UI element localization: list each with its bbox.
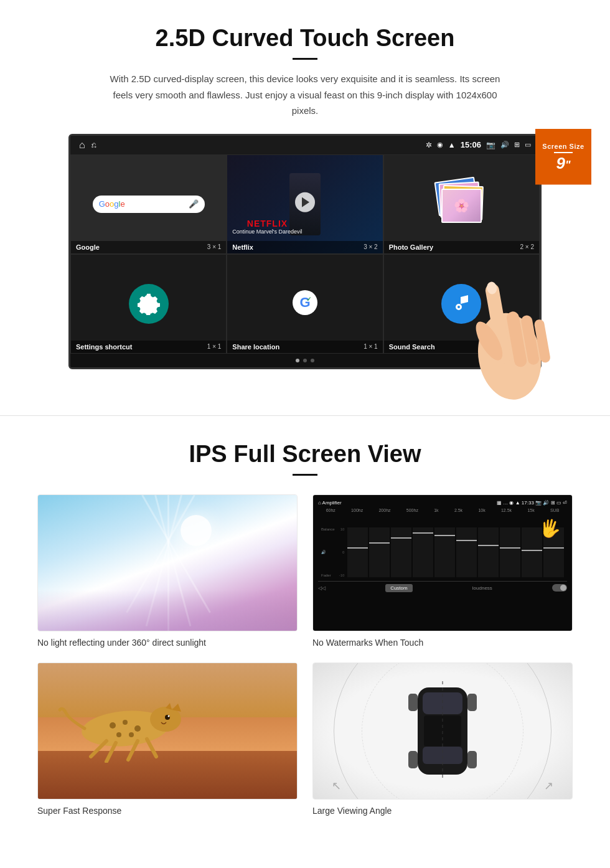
settings-app-name: Settings shortcut xyxy=(76,343,132,351)
car-image: ↗ ↖ xyxy=(313,663,572,799)
app-grid-bottom: Settings shortcut 1 × 1 G ✓ xyxy=(70,254,540,354)
wifi-icon: ▲ xyxy=(448,141,456,149)
eq-slider-5 xyxy=(434,527,455,577)
home-icon: ⌂ xyxy=(79,139,85,151)
eq-slider-6 xyxy=(456,527,477,577)
settings-app-size: 1 × 1 xyxy=(207,343,222,350)
share-location-app-cell[interactable]: G ✓ Share location 1 × 1 xyxy=(227,254,383,354)
amp-custom-btn: Custom xyxy=(385,584,413,592)
dot-3 xyxy=(311,359,314,362)
amp-loudness-toggle[interactable] xyxy=(552,584,567,592)
gallery-app-cell[interactable]: 🌸 Photo Gallery 2 × 2 xyxy=(383,154,540,254)
usb-icon: ⎌ xyxy=(92,140,96,149)
sound-icon-circle xyxy=(441,284,481,324)
status-bar-right: ✲ ◉ ▲ 15:06 📷 🔊 ⊞ ▭ xyxy=(426,140,531,149)
screen-size-badge: Screen Size 9" xyxy=(535,129,591,185)
google-mic-icon: 🎤 xyxy=(189,199,199,209)
amplifier-image: ⌂ Amplifier ▦ … ◉ ▲ 17:33 📷 🔊 ⊞ ▭ ⏎ 60hz… xyxy=(313,495,572,631)
amp-hand-icon: 🖐 xyxy=(537,516,562,540)
sound-label: Sound Search 1 × 1 xyxy=(384,341,539,353)
share-app-name: Share location xyxy=(232,343,279,351)
section-divider-hr xyxy=(0,415,610,416)
music-note-svg xyxy=(450,293,472,315)
badge-size: 9" xyxy=(556,155,570,171)
settings-icon-circle xyxy=(129,284,169,324)
status-time: 15:06 xyxy=(461,140,481,149)
amp-bottom-bar: ◁◁ Custom loudness xyxy=(318,581,567,592)
google-logo: Google xyxy=(99,199,125,209)
google-search-bar[interactable]: Google 🎤 xyxy=(93,196,205,213)
section-curved-touch-screen: 2.5D Curved Touch Screen With 2.5D curve… xyxy=(0,0,610,390)
status-bar: ⌂ ⎌ ✲ ◉ ▲ 15:06 📷 🔊 ⊞ xyxy=(70,136,540,154)
section2-title: IPS Full Screen View xyxy=(37,441,573,468)
badge-divider xyxy=(554,152,573,153)
gallery-stack: 🌸 xyxy=(436,179,486,229)
angle-arrow-left: ↖ xyxy=(332,779,341,793)
svg-point-15 xyxy=(123,720,128,725)
cheetah-image xyxy=(38,663,297,799)
svg-text:✓: ✓ xyxy=(306,296,311,303)
gallery-app-name: Photo Gallery xyxy=(389,243,434,251)
eq-slider-7 xyxy=(478,527,499,577)
gallery-app-size: 2 × 2 xyxy=(520,243,534,250)
feature-no-light: No light reflecting under 360° direct su… xyxy=(37,494,298,648)
feature-image-car: ↗ ↖ xyxy=(312,663,573,800)
netflix-play-button[interactable] xyxy=(295,192,315,212)
feature-image-cheetah xyxy=(37,663,298,800)
amp-scale: 10 0 -10 xyxy=(339,527,345,577)
settings-app-cell[interactable]: Settings shortcut 1 × 1 xyxy=(70,254,227,354)
section2-inner: IPS Full Screen View xyxy=(37,441,573,476)
amp-loudness-label: loudness xyxy=(472,585,492,591)
section-ips-full-screen: IPS Full Screen View No light reflecting xyxy=(0,441,610,841)
eq-slider-4 xyxy=(413,527,433,577)
car-inner-circle xyxy=(362,663,523,800)
feature-label-2: No Watermarks When Touch xyxy=(312,638,573,648)
feature-image-sky xyxy=(37,494,298,631)
badge-label: Screen Size xyxy=(542,143,584,150)
maps-logo: G ✓ xyxy=(291,289,319,319)
svg-point-18 xyxy=(129,732,134,737)
feature-no-watermarks: ⌂ Amplifier ▦ … ◉ ▲ 17:33 📷 🔊 ⊞ ▭ ⏎ 60hz… xyxy=(312,494,573,648)
feature-label-4: Large Viewing Angle xyxy=(312,806,573,816)
gallery-photo-main: 🌸 xyxy=(441,189,482,223)
amp-eq-sliders: Balance 🔊 Fader 10 0 -10 xyxy=(318,515,567,577)
section1-description: With 2.5D curved-display screen, this de… xyxy=(106,71,504,119)
amp-status-bar: ⌂ Amplifier ▦ … ◉ ▲ 17:33 📷 🔊 ⊞ ▭ ⏎ xyxy=(318,500,567,506)
feature-viewing-angle: ↗ ↖ Large Viewing Angle xyxy=(312,663,573,816)
svg-point-16 xyxy=(134,725,141,732)
netflix-app-cell[interactable]: NETFLIX Continue Marvel's Daredevil Netf… xyxy=(227,154,383,254)
sound-search-app-cell[interactable]: Sound Search 1 × 1 xyxy=(383,254,540,354)
angle-arrow-right: ↗ xyxy=(544,779,553,793)
volume-icon: 🔊 xyxy=(500,141,509,149)
device-area: Screen Size 9" ⌂ ⎌ ✲ ◉ ▲ xyxy=(68,134,542,369)
location-icon: ◉ xyxy=(437,141,443,149)
eq-slider-2 xyxy=(369,527,390,577)
section1-title: 2.5D Curved Touch Screen xyxy=(37,25,573,52)
app-grid-top: Google 🎤 Google 3 × 1 xyxy=(70,154,540,254)
feature-image-amplifier: ⌂ Amplifier ▦ … ◉ ▲ 17:33 📷 🔊 ⊞ ▭ ⏎ 60hz… xyxy=(312,494,573,631)
share-app-size: 1 × 1 xyxy=(364,343,378,350)
netflix-logo: NETFLIX xyxy=(232,219,302,229)
gallery-label: Photo Gallery 2 × 2 xyxy=(384,241,539,253)
feature-label-3: Super Fast Response xyxy=(37,806,298,816)
netflix-info: NETFLIX Continue Marvel's Daredevil xyxy=(232,219,302,235)
eq-slider-8 xyxy=(500,527,520,577)
share-label: Share location 1 × 1 xyxy=(227,341,382,353)
amp-home: ⌂ Amplifier xyxy=(318,500,342,506)
amp-back-btn: ◁◁ xyxy=(318,585,326,591)
sky-image xyxy=(38,495,297,631)
status-bar-left: ⌂ ⎌ xyxy=(79,139,96,151)
window-icon: ▭ xyxy=(525,141,531,149)
google-app-cell[interactable]: Google 🎤 Google 3 × 1 xyxy=(70,154,227,254)
device-screen: ⌂ ⎌ ✲ ◉ ▲ 15:06 📷 🔊 ⊞ xyxy=(68,134,542,369)
settings-label: Settings shortcut 1 × 1 xyxy=(71,341,226,353)
flower-icon: 🌸 xyxy=(454,198,469,213)
bluetooth-icon: ✲ xyxy=(426,141,432,149)
grid-icon: ⊞ xyxy=(514,141,520,149)
sound-app-size: 1 × 1 xyxy=(520,343,534,350)
amp-side-labels: Balance 🔊 Fader xyxy=(321,527,335,577)
gear-svg-icon xyxy=(138,293,160,315)
section2-divider xyxy=(293,474,317,476)
eq-slider-3 xyxy=(391,527,411,577)
sound-app-name: Sound Search xyxy=(389,343,435,351)
